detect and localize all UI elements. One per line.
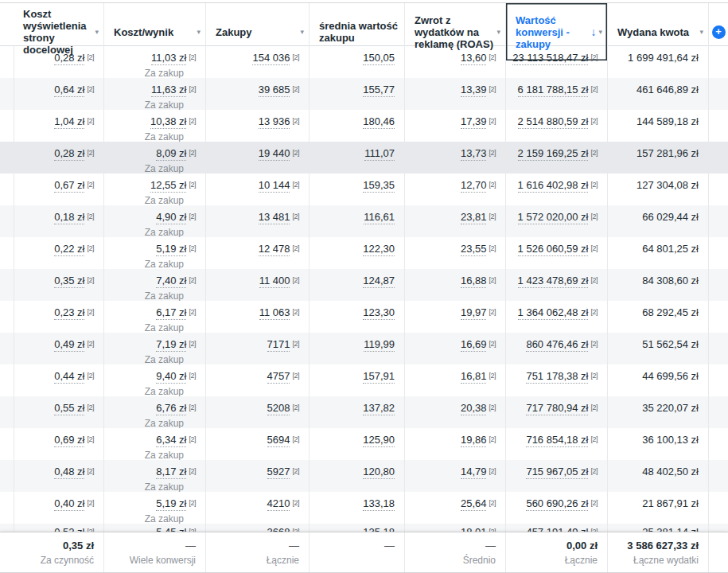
footnote-ref: [2] [189, 212, 196, 220]
footnote-ref: [2] [87, 467, 94, 475]
cell-cost-per-landing-page-view: 0,35 zł[2] [14, 269, 103, 301]
result-type-label: Za zakup [109, 386, 184, 396]
footnote-ref: [2] [87, 403, 94, 411]
footer-cell-cost-per-landing-page-view: 0,35 zł Za czynność [14, 532, 103, 572]
cell-roas: 14,79[2] [404, 460, 505, 492]
row-gutter [0, 78, 14, 110]
metric-value: 0,18 zł [54, 211, 84, 224]
metric-value: 716 854,18 zł [526, 434, 588, 447]
cell-purchases: 19 440[2] [205, 142, 309, 173]
cell-roas: 20,38[2] [404, 396, 505, 428]
cell-amount-spent: 64 801,25 zł [607, 237, 708, 269]
footnote-ref: [2] [590, 53, 598, 61]
footer-value: — [109, 540, 196, 552]
footnote-ref: [2] [189, 244, 196, 252]
footer-cell-purchases: — Łącznie [205, 532, 309, 572]
table-row: 0,64 zł[2]11,63 zł[2]Za zakup39 685[2]15… [0, 78, 728, 110]
cell-conversion-value-purchases: 715 967,05 zł[2] [505, 460, 607, 492]
cell-amount-spent: 48 402,50 zł [607, 460, 708, 492]
footnote-ref: [2] [189, 435, 196, 443]
chevron-down-icon[interactable]: ▾ [197, 28, 200, 36]
footnote-ref: [2] [87, 53, 94, 61]
row-gutter-right [708, 364, 728, 396]
metric-value: 11 063 [259, 306, 290, 320]
metric-value: 0,49 zł [54, 338, 84, 352]
cell-roas: 16,69[2] [404, 333, 505, 364]
cell-roas: 16,88[2] [404, 269, 505, 301]
chevron-down-icon[interactable]: ▾ [300, 28, 304, 36]
table-row: 0,40 zł[2]5,19 zł[2]Za zakup4210[2]133,1… [0, 492, 728, 524]
column-header-purchases[interactable]: Zakupy ▾ [205, 3, 309, 60]
footer-value: — [314, 540, 395, 552]
row-gutter [0, 524, 14, 532]
column-header-conversion-value-purchases[interactable]: Wartość konwersji - zakupy ↓ ▾ [505, 3, 607, 60]
cell-cost-per-landing-page-view: 0,44 zł[2] [14, 364, 103, 396]
row-gutter [0, 492, 14, 524]
cell-avg-purchase-value: 137,82 [309, 396, 404, 428]
metric-value: 2 159 169,25 zł [518, 147, 589, 161]
row-gutter [0, 205, 14, 237]
column-header-roas[interactable]: Zwrot z wydatków na reklamę (ROAS) ▾ [404, 3, 505, 60]
row-gutter [0, 364, 14, 396]
chevron-down-icon[interactable]: ▾ [699, 28, 703, 36]
metric-value: 64 801,25 zł [642, 243, 699, 255]
column-header-avg-purchase-value[interactable]: średnia wartość zakupu [309, 3, 404, 60]
metric-value: 0,52 zł [54, 526, 84, 532]
metric-value: 5694 [267, 434, 290, 447]
footnote-ref: [2] [489, 212, 496, 220]
metric-value: 159,35 [363, 179, 395, 193]
footnote-ref: [2] [489, 340, 496, 348]
metric-value: 135,18 [363, 526, 395, 532]
metric-value: 0,67 zł [54, 179, 84, 193]
footnote-ref: [2] [87, 181, 94, 189]
footnote-ref: [2] [189, 53, 196, 61]
metric-value: 860 476,46 zł [526, 338, 588, 352]
footnote-ref: [2] [87, 149, 94, 157]
cell-conversion-value-purchases: 716 854,18 zł[2] [505, 428, 607, 460]
metric-value: 180,46 [363, 115, 395, 129]
chevron-down-icon[interactable]: ▾ [95, 28, 99, 36]
metric-value: 5208 [267, 402, 290, 415]
table-row: 0,18 zł[2]4,90 zł[2]Za zakup13 481[2]116… [0, 205, 728, 237]
chevron-down-icon[interactable]: ▾ [598, 28, 602, 36]
row-gutter-right [708, 78, 728, 110]
metric-value: 14,79 [461, 466, 487, 479]
cell-conversion-value-purchases: 2 159 169,25 zł[2] [505, 142, 607, 173]
metric-value: 1 423 478,69 zł [518, 275, 589, 288]
column-label: Wartość konwersji - zakupy [516, 14, 588, 50]
cell-conversion-value-purchases: 1 616 402,98 zł[2] [505, 173, 607, 205]
cell-purchases: 11 063[2] [205, 301, 309, 333]
metric-value: 17,39 [461, 115, 487, 129]
footer-value: 0,35 zł [18, 540, 94, 552]
metric-value: 13,73 [461, 147, 487, 161]
cell-cost-per-landing-page-view: 0,40 zł[2] [14, 492, 103, 524]
cell-amount-spent: 44 699,56 zł [607, 364, 708, 396]
column-header-cost-per-landing-page-view[interactable]: Koszt wyświetlenia strony docelowej ▾ [14, 3, 103, 60]
footnote-ref: [2] [489, 372, 496, 380]
metric-value: 4210 [267, 497, 290, 511]
table-row: 0,35 zł[2]7,40 zł[2]Za zakup11 400[2]124… [0, 269, 728, 301]
metric-value: 6,34 zł [156, 434, 186, 447]
footer-gutter-right [708, 532, 728, 572]
result-type-label: Za zakup [109, 68, 184, 78]
cell-roas: 23,81[2] [404, 205, 505, 237]
metric-value: 19,97 [461, 306, 487, 320]
footnote-ref: [2] [590, 372, 598, 380]
chevron-down-icon[interactable]: ▾ [496, 28, 500, 36]
row-gutter [0, 173, 14, 205]
column-header-cost-per-result[interactable]: Koszt/wynik ▾ [103, 3, 205, 60]
metric-value: 23,55 [461, 243, 487, 256]
metric-value: 68 292,45 zł [642, 306, 699, 318]
cell-cost-per-result: 7,19 zł[2]Za zakup [103, 333, 205, 364]
metric-value: 1 572 020,00 zł [518, 211, 589, 224]
row-gutter [0, 237, 14, 269]
table-row-partial: 0,52 zł[2]5,45 zł[2]Za zakup3668[2]135,1… [0, 524, 728, 532]
row-gutter [0, 333, 14, 364]
cell-cost-per-result: 6,34 zł[2]Za zakup [103, 428, 205, 460]
cell-cost-per-result: 5,19 zł[2]Za zakup [103, 237, 205, 269]
cell-roas: 13,39[2] [404, 78, 505, 110]
sort-descending-icon[interactable]: ↓ [590, 26, 596, 37]
cell-roas: 25,64[2] [404, 492, 505, 524]
cell-cost-per-result: 6,17 zł[2]Za zakup [103, 301, 205, 333]
column-header-amount-spent[interactable]: Wydana kwota ▾ [607, 3, 708, 60]
